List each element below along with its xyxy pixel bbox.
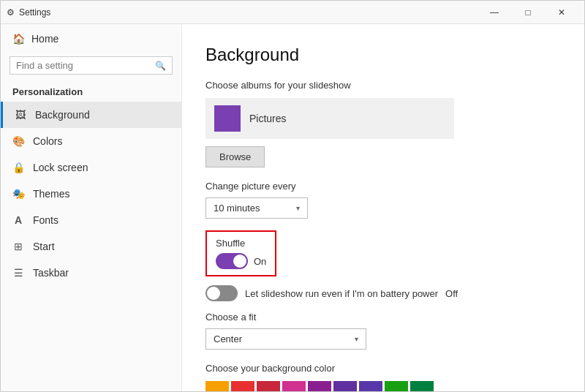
color-swatch-5[interactable] [333, 381, 357, 391]
color-swatch-1[interactable] [231, 381, 254, 391]
color-swatch-4[interactable] [308, 381, 331, 391]
title-bar-controls: — □ ✕ [478, 1, 578, 24]
close-button[interactable]: ✕ [545, 1, 578, 24]
title-bar-left: ⚙ Settings [7, 7, 50, 18]
sidebar-item-background[interactable]: 🖼 Background [1, 102, 181, 128]
interval-dropdown[interactable]: 10 minutes ▾ [205, 197, 308, 219]
sidebar-item-taskbar-label: Taskbar [33, 267, 69, 279]
color-swatch-6[interactable] [359, 381, 382, 391]
fonts-icon: A [12, 214, 24, 226]
sidebar-item-home[interactable]: 🏠 Home [1, 24, 181, 53]
slideshow-label: Choose albums for your slideshow [205, 80, 561, 91]
album-name: Pictures [249, 113, 287, 124]
shuffle-toggle-row: On [216, 253, 266, 269]
sidebar-item-fonts-label: Fonts [33, 214, 58, 226]
sidebar-home-label: Home [31, 33, 58, 45]
interval-value: 10 minutes [214, 203, 260, 214]
sidebar-section-title: Personalization [1, 80, 181, 102]
minimize-button[interactable]: — [478, 1, 511, 24]
main-content: Background Choose albums for your slides… [182, 24, 584, 391]
fit-label: Choose a fit [205, 312, 561, 323]
shuffle-state: On [254, 256, 266, 267]
title-bar: ⚙ Settings — □ ✕ [1, 1, 584, 24]
sidebar-item-colors-label: Colors [33, 135, 62, 147]
change-picture-label: Change picture every [205, 181, 561, 192]
window-title: Settings [19, 7, 50, 18]
album-row[interactable]: Pictures [205, 98, 454, 139]
sidebar-item-lock-screen[interactable]: 🔒 Lock screen [1, 154, 181, 181]
sidebar-item-lock-label: Lock screen [33, 162, 88, 173]
fit-value: Center [214, 333, 242, 344]
content-area: 🏠 Home 🔍 Personalization 🖼 Background 🎨 … [1, 24, 584, 391]
sidebar-item-colors[interactable]: 🎨 Colors [1, 128, 181, 154]
search-box: 🔍 [10, 56, 173, 75]
color-swatch-0[interactable] [205, 381, 229, 391]
sidebar-item-themes[interactable]: 🎭 Themes [1, 181, 181, 207]
album-thumbnail [214, 105, 241, 132]
taskbar-icon: ☰ [12, 267, 24, 279]
search-input[interactable] [16, 60, 151, 71]
interval-chevron: ▾ [296, 204, 300, 212]
shuffle-toggle-knob [233, 255, 246, 268]
color-swatch-2[interactable] [257, 381, 280, 391]
battery-toggle-knob [207, 287, 220, 300]
color-swatch-8[interactable] [410, 381, 434, 391]
battery-state: Off [445, 288, 458, 299]
shuffle-box: Shuffle On [205, 230, 276, 276]
themes-icon: 🎭 [12, 188, 24, 200]
sidebar-item-fonts[interactable]: A Fonts [1, 207, 181, 233]
color-swatch-3[interactable] [282, 381, 306, 391]
home-icon: 🏠 [12, 33, 24, 45]
settings-window: ⚙ Settings — □ ✕ 🏠 Home 🔍 Personalizatio… [0, 0, 585, 392]
sidebar: 🏠 Home 🔍 Personalization 🖼 Background 🎨 … [1, 24, 182, 391]
settings-icon: ⚙ [7, 7, 15, 18]
lock-icon: 🔒 [12, 162, 24, 173]
sidebar-item-start[interactable]: ⊞ Start [1, 233, 181, 260]
battery-row: Let slideshow run even if I'm on battery… [205, 285, 561, 301]
search-icon: 🔍 [155, 61, 166, 71]
sidebar-item-background-label: Background [35, 109, 90, 121]
colors-icon: 🎨 [12, 135, 24, 147]
start-icon: ⊞ [12, 241, 24, 252]
maximize-button[interactable]: □ [511, 1, 545, 24]
color-grid [205, 381, 439, 391]
shuffle-toggle[interactable] [216, 253, 248, 269]
page-title: Background [205, 45, 561, 65]
sidebar-item-taskbar[interactable]: ☰ Taskbar [1, 260, 181, 286]
color-label: Choose your background color [205, 363, 561, 374]
sidebar-item-start-label: Start [33, 241, 55, 252]
fit-chevron: ▾ [355, 335, 358, 343]
fit-dropdown[interactable]: Center ▾ [205, 328, 366, 350]
battery-toggle[interactable] [205, 285, 238, 301]
browse-button[interactable]: Browse [205, 146, 265, 167]
battery-label: Let slideshow run even if I'm on battery… [245, 288, 438, 299]
sidebar-item-themes-label: Themes [33, 188, 70, 200]
shuffle-label: Shuffle [216, 238, 266, 249]
background-icon: 🖼 [15, 109, 26, 121]
color-swatch-7[interactable] [385, 381, 408, 391]
